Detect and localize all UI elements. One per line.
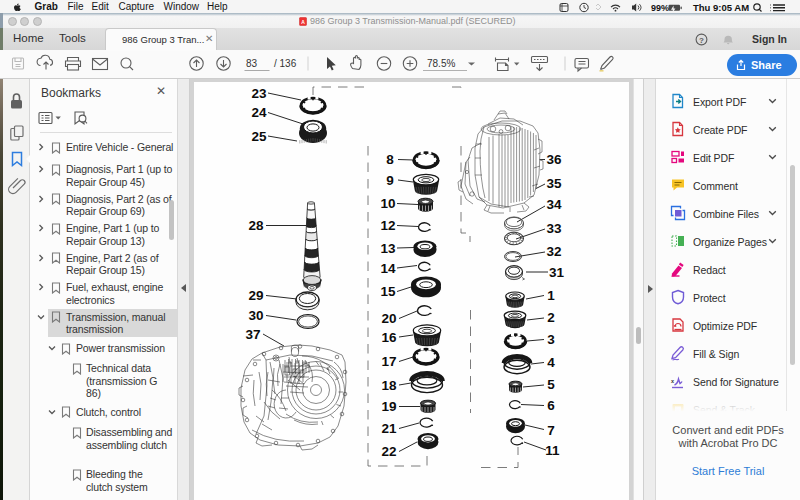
svg-text:6: 6 — [547, 398, 555, 413]
svg-text:8: 8 — [386, 152, 394, 167]
svg-text:28: 28 — [248, 218, 264, 233]
svg-text:37: 37 — [245, 327, 260, 342]
svg-text:33: 33 — [546, 221, 562, 236]
svg-text:34: 34 — [546, 197, 562, 212]
svg-text:Thu 9:05 AM: Thu 9:05 AM — [693, 2, 749, 13]
svg-text:23: 23 — [251, 86, 267, 101]
svg-text:4: 4 — [547, 355, 555, 370]
svg-text:22: 22 — [381, 444, 396, 459]
svg-text:83: 83 — [246, 58, 258, 69]
svg-text:3: 3 — [547, 332, 555, 347]
svg-text:12: 12 — [380, 218, 395, 233]
svg-text:20: 20 — [381, 311, 396, 326]
svg-text:15: 15 — [380, 284, 396, 299]
svg-text:31: 31 — [549, 265, 565, 280]
svg-text:13: 13 — [380, 241, 396, 256]
svg-text:1: 1 — [547, 288, 555, 303]
svg-text:18: 18 — [381, 378, 397, 393]
svg-text:17: 17 — [381, 354, 396, 369]
svg-text:21: 21 — [381, 421, 397, 436]
svg-text:/ 136: / 136 — [274, 58, 297, 69]
svg-text:x: x — [671, 378, 675, 384]
svg-text:14: 14 — [380, 261, 396, 276]
svg-text:35: 35 — [546, 176, 562, 191]
svg-text:10: 10 — [380, 196, 395, 211]
svg-text:24: 24 — [251, 105, 267, 120]
svg-text:25: 25 — [251, 129, 267, 144]
svg-text:29: 29 — [248, 288, 263, 303]
svg-text:9: 9 — [386, 173, 394, 188]
svg-text:78.5%: 78.5% — [427, 58, 455, 69]
svg-text:?: ? — [699, 35, 704, 44]
svg-text:11: 11 — [545, 443, 560, 458]
svg-text:A: A — [301, 18, 305, 24]
svg-text:99%: 99% — [651, 2, 669, 12]
svg-text:30: 30 — [248, 308, 263, 323]
svg-text:36: 36 — [546, 152, 562, 167]
svg-text:2: 2 — [547, 310, 555, 325]
svg-text:5: 5 — [547, 377, 555, 392]
svg-text:19: 19 — [381, 399, 396, 414]
svg-text:16: 16 — [381, 330, 397, 345]
svg-text:32: 32 — [546, 244, 561, 259]
svg-text:7: 7 — [547, 423, 555, 438]
